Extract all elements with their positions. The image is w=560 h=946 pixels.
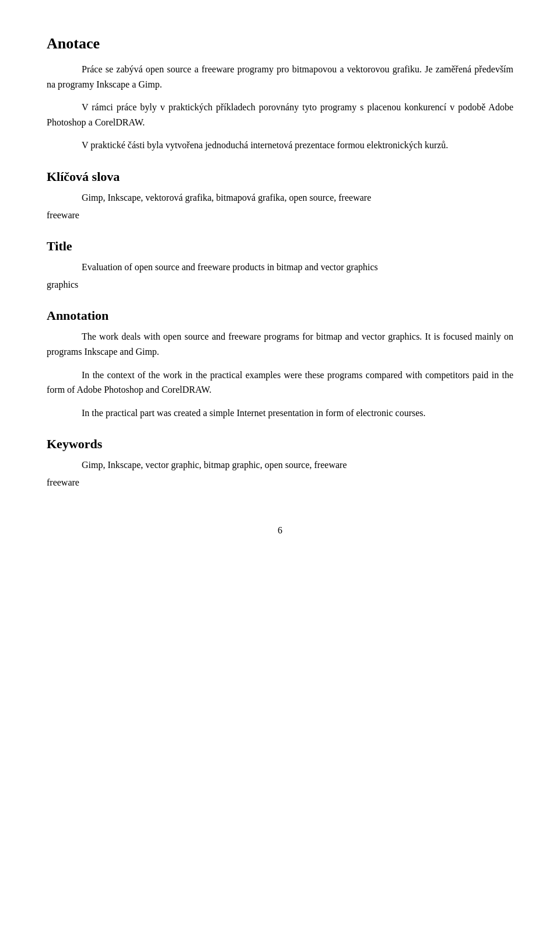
klicova-slova-freeware: freeware xyxy=(47,208,513,223)
klicova-slova-title: Klíčová slova xyxy=(47,169,513,184)
title-content: Evaluation of open source and freeware p… xyxy=(47,260,513,275)
klicova-slova-content: Gimp, Inkscape, vektorová grafika, bitma… xyxy=(47,190,513,205)
keywords-title: Keywords xyxy=(47,437,513,452)
klicova-slova-row: Gimp, Inkscape, vektorová grafika, bitma… xyxy=(47,190,513,205)
title-heading: Title xyxy=(47,239,513,254)
page-number: 6 xyxy=(47,525,513,536)
keywords-freeware: freeware xyxy=(47,475,513,490)
annotation-section: Annotation The work deals with open sour… xyxy=(47,308,513,420)
anotace-title: Anotace xyxy=(47,35,513,53)
annotation-para-3: In the practical part was created a simp… xyxy=(47,406,513,421)
anotace-para-1: Práce se zabývá open source a freeware p… xyxy=(47,62,513,92)
title-graphics-label: graphics xyxy=(47,277,513,292)
title-section: Title Evaluation of open source and free… xyxy=(47,239,513,292)
keywords-content: Gimp, Inkscape, vector graphic, bitmap g… xyxy=(47,458,513,473)
anotace-para-2: V rámci práce byly v praktických příklad… xyxy=(47,100,513,130)
annotation-title: Annotation xyxy=(47,308,513,323)
keywords-row: Gimp, Inkscape, vector graphic, bitmap g… xyxy=(47,458,513,473)
annotation-para-1: The work deals with open source and free… xyxy=(47,329,513,359)
anotace-section: Anotace Práce se zabývá open source a fr… xyxy=(47,35,513,153)
klicova-slova-section: Klíčová slova Gimp, Inkscape, vektorová … xyxy=(47,169,513,222)
keywords-section: Keywords Gimp, Inkscape, vector graphic,… xyxy=(47,437,513,490)
title-row: Evaluation of open source and freeware p… xyxy=(47,260,513,275)
anotace-para-3: V praktické části byla vytvořena jednodu… xyxy=(47,138,513,153)
annotation-para-2: In the context of the work in the practi… xyxy=(47,368,513,397)
